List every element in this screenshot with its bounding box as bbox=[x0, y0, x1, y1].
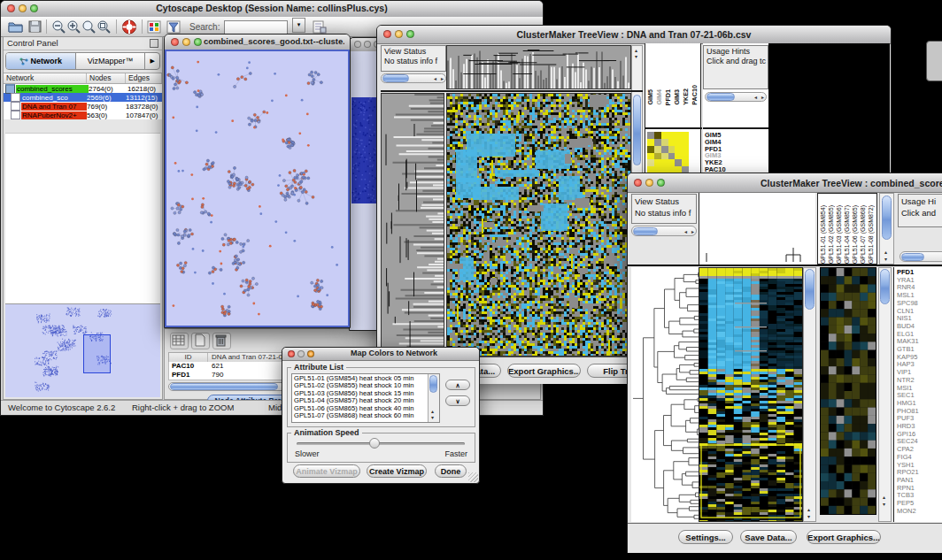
attribute-list-vscrollbar[interactable]: ▴ ▾ bbox=[428, 374, 439, 422]
treeview1-column-dendrogram[interactable] bbox=[446, 45, 631, 89]
gene-column-label[interactable]: YKE2 bbox=[683, 88, 690, 105]
array-column-label[interactable]: GPL51-06 (GSM865) bbox=[852, 205, 859, 264]
scroll-down-icon[interactable]: ▾ bbox=[884, 257, 887, 262]
tab-overflow-icon[interactable]: ▶ bbox=[144, 53, 159, 69]
treeview2-collabel-vscrollbar[interactable]: ▴ ▾ bbox=[879, 193, 894, 265]
network-list-row[interactable]: RNAPuberNov2+563(0)107847(0) bbox=[4, 111, 162, 119]
vizmapper-icon[interactable] bbox=[147, 20, 161, 34]
tab-network[interactable]: Network bbox=[6, 53, 76, 69]
gene-column-label[interactable]: PAC10 bbox=[691, 85, 699, 105]
move-up-button[interactable]: ∧ bbox=[445, 380, 470, 390]
close-button[interactable] bbox=[354, 41, 361, 48]
treeview2-row-dendrogram[interactable] bbox=[631, 267, 699, 522]
treeview1-row-dendrogram[interactable] bbox=[381, 93, 444, 357]
array-column-label[interactable]: GPL51-03 (GSM856) bbox=[836, 205, 843, 264]
create-attribute-icon[interactable] bbox=[191, 333, 210, 349]
scroll-left-icon[interactable]: ◂ bbox=[684, 229, 687, 234]
scroll-right-icon[interactable]: ▸ bbox=[761, 95, 764, 100]
treeview1-status-hscrollbar[interactable]: ◂ ▸ bbox=[381, 73, 446, 83]
treeview2-zoom-heatmap[interactable] bbox=[820, 267, 876, 515]
close-button[interactable] bbox=[634, 179, 642, 187]
network-list-row[interactable]: DNA and Tran 07769(0)183728(0) bbox=[4, 102, 162, 111]
array-column-label[interactable]: GPL51-07 (GSM868) bbox=[860, 205, 867, 264]
zoom-out-icon[interactable] bbox=[51, 19, 66, 34]
network-table-header[interactable]: NetworkNodesEdges bbox=[4, 73, 162, 84]
select-attributes-icon[interactable] bbox=[170, 333, 189, 349]
scroll-up-icon[interactable]: ▴ bbox=[431, 409, 434, 414]
array-column-label[interactable]: GPL51-08 (GSM872) bbox=[868, 205, 875, 264]
network-list-row[interactable]: combined_sco2569(6)13112(15) bbox=[4, 93, 162, 102]
treeview1-zoom-matrix[interactable] bbox=[647, 132, 689, 173]
delete-attribute-icon[interactable] bbox=[212, 333, 231, 349]
zoom-fit-icon[interactable] bbox=[97, 19, 112, 34]
save-data-button[interactable]: Save Data... bbox=[740, 530, 797, 544]
network-window-titlebar[interactable]: combined_scores_good.txt--cluste... bbox=[165, 35, 350, 50]
birdseye-viewport-rect[interactable] bbox=[83, 334, 111, 373]
treeview1-usage-hscrollbar[interactable]: ◂ ▸ bbox=[705, 92, 767, 102]
zoom-button[interactable] bbox=[30, 4, 38, 12]
array-column-label[interactable]: GPL51-04 (GSM857) bbox=[844, 205, 851, 264]
zoom-button[interactable] bbox=[657, 179, 665, 187]
animation-speed-track[interactable] bbox=[297, 442, 465, 445]
network-list-row[interactable]: combined_scores2764(0)16218(0) bbox=[4, 84, 162, 93]
tab-vizmapper[interactable]: VizMapper™ bbox=[76, 53, 145, 69]
column-header[interactable]: Edges bbox=[126, 73, 162, 83]
scroll-up-icon[interactable]: ▴ bbox=[884, 249, 887, 255]
export-graphics-button[interactable]: Export Graphics... bbox=[507, 364, 581, 378]
treeview2-column-dendrogram[interactable] bbox=[699, 193, 815, 265]
close-button[interactable] bbox=[383, 30, 391, 38]
network-canvas[interactable] bbox=[165, 50, 350, 327]
zoom-button[interactable] bbox=[194, 38, 202, 46]
minimize-button[interactable] bbox=[182, 38, 190, 46]
animate-vizmap-button[interactable]: Animate Vizmap bbox=[293, 464, 360, 478]
column-header[interactable]: ID bbox=[169, 353, 208, 362]
treeview1-heatmap[interactable] bbox=[446, 93, 631, 357]
help-lifesaver-icon[interactable] bbox=[121, 19, 137, 35]
treeview2-zoom-vscrollbar[interactable]: ▴ ▾ bbox=[878, 267, 892, 522]
treeview2-heatmap-vscrollbar[interactable]: ▴ ▾ bbox=[803, 267, 816, 522]
gene-column-label[interactable]: PFD1 bbox=[665, 89, 672, 105]
treeview1-titlebar[interactable]: ClusterMaker TreeView : DNA and Tran 07-… bbox=[377, 26, 891, 44]
scroll-up-icon[interactable]: ▴ bbox=[807, 507, 810, 512]
close-button[interactable] bbox=[7, 4, 15, 12]
attribute-item[interactable]: GPL51-07 (GSM868) heat shock 60 min bbox=[294, 412, 425, 419]
gene-label[interactable]: MON2 bbox=[897, 508, 942, 516]
gene-column-label[interactable]: GIM4 bbox=[656, 89, 663, 105]
treeview2-heatmap[interactable] bbox=[699, 267, 803, 522]
open-file-icon[interactable] bbox=[8, 20, 23, 33]
resize-grip[interactable] bbox=[468, 472, 478, 482]
settings-button[interactable]: Settings... bbox=[678, 530, 733, 544]
scroll-up-icon[interactable]: ▴ bbox=[635, 48, 637, 53]
close-button[interactable] bbox=[288, 350, 295, 357]
search-dropdown-icon[interactable]: ▾ bbox=[292, 18, 305, 33]
export-graphics-button[interactable]: Export Graphics... bbox=[807, 530, 881, 544]
dialog-titlebar[interactable]: Map Colors to Network bbox=[282, 348, 479, 361]
birdseye-view[interactable] bbox=[5, 303, 160, 397]
animation-speed-slider[interactable] bbox=[369, 438, 380, 449]
move-down-button[interactable]: ∨ bbox=[445, 395, 470, 406]
minimize-button[interactable] bbox=[395, 30, 403, 38]
main-titlebar[interactable]: Cytoscape Desktop (Session Name: collins… bbox=[1, 1, 543, 18]
scroll-left-icon[interactable]: ◂ bbox=[434, 76, 436, 81]
data-panel-hscrollbar[interactable] bbox=[168, 382, 292, 391]
attribute-browser-icon[interactable] bbox=[313, 20, 327, 34]
scroll-right-icon[interactable]: ▸ bbox=[441, 76, 444, 81]
minimize-button[interactable] bbox=[297, 350, 305, 357]
array-column-label[interactable]: GPL51-01 (GSM854) bbox=[820, 205, 827, 264]
zoom-button[interactable] bbox=[307, 350, 314, 357]
save-icon[interactable] bbox=[28, 20, 42, 33]
filter-icon[interactable] bbox=[166, 20, 181, 34]
scroll-down-icon[interactable]: ▾ bbox=[883, 502, 885, 507]
zoom-actual-icon[interactable] bbox=[81, 19, 97, 34]
column-header[interactable]: Nodes bbox=[87, 73, 126, 83]
minimize-button[interactable] bbox=[364, 41, 371, 48]
treeview2-usage-hscrollbar[interactable] bbox=[900, 251, 942, 262]
scroll-right-icon[interactable]: ▸ bbox=[691, 229, 694, 234]
done-button[interactable]: Done bbox=[435, 464, 467, 478]
minimize-button[interactable] bbox=[645, 179, 653, 187]
gene-column-label[interactable]: GIM5 bbox=[647, 89, 654, 105]
array-column-label[interactable]: GPL51-02 (GSM855) bbox=[828, 205, 835, 264]
scroll-up-icon[interactable]: ▴ bbox=[883, 495, 885, 500]
close-button[interactable] bbox=[171, 38, 179, 46]
scroll-down-icon[interactable]: ▾ bbox=[635, 54, 637, 59]
